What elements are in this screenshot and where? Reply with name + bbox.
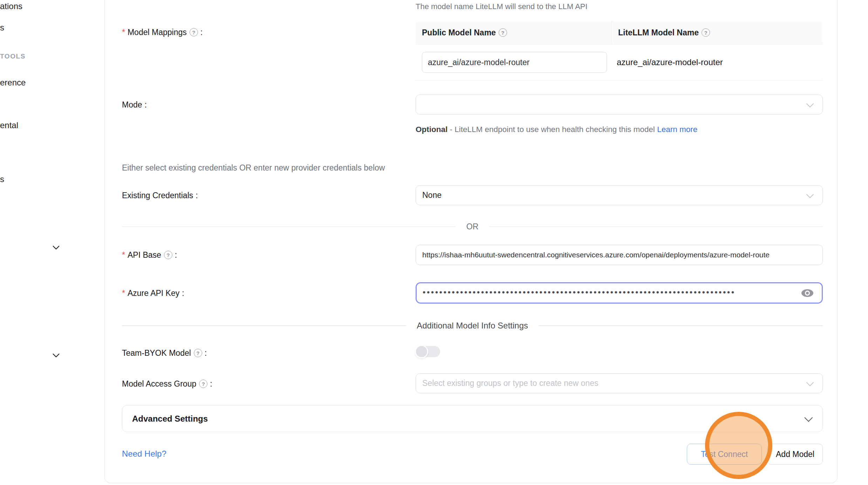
team-byok-label: Team-BYOK Model	[122, 347, 207, 359]
model-name-hint: The model name LiteLLM will send to the …	[416, 2, 587, 11]
need-help-link[interactable]: Need Help?	[122, 449, 166, 459]
azure-api-key-input[interactable]: ••••••••••••••••••••••••••••••••••••••••…	[416, 282, 823, 304]
api-base-label: API Base	[122, 249, 177, 261]
chevron-down-icon	[806, 100, 814, 107]
chevron-down-icon	[53, 241, 59, 247]
litellm-model-name-value: azure_ai/azure-model-router	[612, 57, 823, 67]
help-circle-icon[interactable]	[164, 251, 172, 259]
help-circle-icon[interactable]	[702, 28, 710, 37]
chevron-down-icon	[53, 349, 59, 355]
test-connect-button[interactable]: Test Connect	[687, 444, 762, 465]
advanced-settings-header[interactable]: Advanced Settings	[122, 405, 823, 432]
additional-settings-divider: Additional Model Info Settings	[122, 321, 823, 331]
api-base-input[interactable]	[416, 245, 823, 265]
add-model-button[interactable]: Add Model	[767, 444, 823, 465]
column-header-litellm-model-name: LiteLLM Model Name	[612, 21, 823, 44]
sidebar-item-label: ental	[0, 120, 18, 130]
column-header-public-model-name: Public Model Name	[416, 21, 612, 44]
help-circle-icon[interactable]	[199, 380, 207, 388]
azure-api-key-label: Azure API Key	[122, 287, 184, 299]
toggle-knob	[415, 345, 428, 358]
mode-help-text: Optional - LiteLLM endpoint to use when …	[416, 123, 699, 137]
sidebar: ations s TOOLS erence ental s	[0, 0, 104, 485]
chevron-down-icon	[806, 379, 814, 386]
help-circle-icon[interactable]	[190, 28, 198, 36]
sidebar-item-1[interactable]: s	[0, 22, 4, 34]
model-access-group-select[interactable]: Select existing groups or type to create…	[416, 373, 823, 393]
sidebar-item-0[interactable]: ations	[0, 0, 22, 12]
masked-password-value: ••••••••••••••••••••••••••••••••••••••••…	[423, 287, 736, 297]
sidebar-item-4[interactable]: ental	[0, 119, 18, 131]
mode-label: Mode	[122, 99, 147, 110]
sidebar-item-label: s	[0, 174, 4, 184]
chevron-down-icon	[806, 190, 814, 198]
model-mappings-label: Model Mappings	[122, 27, 203, 38]
mode-select[interactable]	[416, 95, 823, 115]
team-byok-toggle[interactable]	[416, 346, 440, 357]
model-access-group-label: Model Access Group	[122, 378, 212, 389]
public-model-name-input[interactable]	[422, 52, 607, 73]
credentials-note: Either select existing credentials OR en…	[122, 163, 385, 173]
sidebar-section-label: TOOLS	[0, 53, 26, 60]
learn-more-link[interactable]: Learn more	[657, 125, 697, 134]
or-divider: OR	[122, 222, 823, 231]
sidebar-item-5[interactable]: s	[0, 173, 4, 185]
eye-icon[interactable]	[801, 288, 814, 298]
existing-credentials-select[interactable]: None	[416, 185, 823, 205]
chevron-down-icon	[804, 414, 813, 422]
existing-credentials-label: Existing Credentials	[122, 190, 198, 201]
help-circle-icon[interactable]	[499, 28, 507, 37]
model-mappings-table: Public Model Name LiteLLM Model Name azu…	[416, 21, 823, 81]
table-header-row: Public Model Name LiteLLM Model Name	[416, 21, 823, 44]
table-row: azure_ai/azure-model-router	[416, 44, 823, 81]
sidebar-item-label: erence	[0, 78, 26, 88]
sidebar-item-3[interactable]: erence	[0, 77, 26, 89]
add-model-page: ations s TOOLS erence ental s The model …	[0, 0, 868, 485]
sidebar-item-label: s	[0, 23, 4, 33]
sidebar-section-tools: TOOLS	[0, 52, 26, 61]
help-circle-icon[interactable]	[194, 349, 202, 357]
sidebar-item-label: ations	[0, 1, 22, 11]
